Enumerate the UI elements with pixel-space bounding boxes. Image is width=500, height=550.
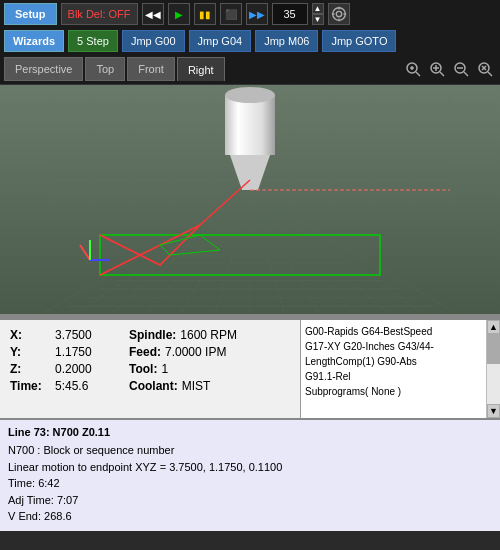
line-detail-desc: N700 : Block or sequence number: [8, 442, 492, 459]
svg-line-15: [464, 72, 468, 76]
viewport-3d[interactable]: [0, 84, 500, 314]
svg-line-7: [416, 72, 420, 76]
speed-input[interactable]: 35: [272, 3, 308, 25]
speed-spinner: ▲ ▼: [312, 3, 324, 25]
line-description: N700 : Block or sequence number Linear m…: [8, 442, 492, 525]
rewind-button[interactable]: ◀◀: [142, 3, 164, 25]
gcode-panel: G00-Rapids G64-BestSpeedG17-XY G20-Inche…: [300, 320, 500, 418]
line-detail-3: Adj Time: 7:07: [8, 492, 492, 509]
tab-perspective[interactable]: Perspective: [4, 57, 83, 81]
blkdel-button[interactable]: Blk Del: OFF: [61, 3, 138, 25]
jmp-g04-button[interactable]: Jmp G04: [189, 30, 252, 52]
zoom-in-icon[interactable]: [426, 58, 448, 80]
zoom-out-icon[interactable]: [450, 58, 472, 80]
tool-value: 1: [161, 362, 168, 376]
jmp-goto-button[interactable]: Jmp GOTO: [322, 30, 396, 52]
svg-line-11: [440, 72, 444, 76]
viewport-canvas: [0, 85, 500, 314]
z-value: 0.2000: [55, 362, 125, 376]
y-label: Y:: [10, 345, 55, 359]
spindle-label: Spindle:: [129, 328, 176, 342]
info-row: X: 3.7500 Spindle: 1600 RPM Y: 1.1750 Fe…: [0, 318, 500, 418]
jmp-m06-button[interactable]: Jmp M06: [255, 30, 318, 52]
coords-panel: X: 3.7500 Spindle: 1600 RPM Y: 1.1750 Fe…: [0, 320, 300, 418]
z-label: Z:: [10, 362, 55, 376]
scroll-thumb[interactable]: [487, 334, 500, 364]
scroll-up-button[interactable]: ▲: [487, 320, 500, 334]
feed-label: Feed:: [129, 345, 161, 359]
scroll-down-button[interactable]: ▼: [487, 404, 500, 418]
tab-front[interactable]: Front: [127, 57, 175, 81]
5step-button[interactable]: 5 Step: [68, 30, 118, 52]
toolbar-top: Setup Blk Del: OFF ◀◀ ▶ ▮▮ ⬛ ▶▶ 35 ▲ ▼: [0, 0, 500, 28]
y-value: 1.1750: [55, 345, 125, 359]
zoom-reset-icon[interactable]: [474, 58, 496, 80]
tab-right[interactable]: Right: [177, 57, 225, 81]
stop-button[interactable]: ⬛: [220, 3, 242, 25]
zoom-fit-icon[interactable]: [402, 58, 424, 80]
coolant-value: MIST: [182, 379, 211, 393]
svg-point-0: [332, 8, 345, 21]
jmp-g00-button[interactable]: Jmp G00: [122, 30, 185, 52]
line-detail-4: V End: 268.6: [8, 508, 492, 525]
line-detail-2: Time: 6:42: [8, 475, 492, 492]
toolbar-second: Wizards 5 Step Jmp G00 Jmp G04 Jmp M06 J…: [0, 28, 500, 54]
svg-point-1: [336, 11, 341, 16]
x-label: X:: [10, 328, 55, 342]
pause-button[interactable]: ▮▮: [194, 3, 216, 25]
tab-top[interactable]: Top: [85, 57, 125, 81]
forward-button[interactable]: ▶▶: [246, 3, 268, 25]
speed-up-button[interactable]: ▲: [312, 3, 324, 14]
time-value: 5:45.6: [55, 379, 125, 393]
feed-value: 7.0000 IPM: [165, 345, 226, 359]
line-detail-1: Linear motion to endpoint XYZ = 3.7500, …: [8, 459, 492, 476]
line-info-panel: Line 73: N700 Z0.11 N700 : Block or sequ…: [0, 418, 500, 531]
tool-label: Tool:: [129, 362, 157, 376]
gcode-scrollbar[interactable]: ▲ ▼: [486, 320, 500, 418]
wizards-button[interactable]: Wizards: [4, 30, 64, 52]
time-label: Time:: [10, 379, 55, 393]
setup-button[interactable]: Setup: [4, 3, 57, 25]
coolant-label: Coolant:: [129, 379, 178, 393]
play-button[interactable]: ▶: [168, 3, 190, 25]
x-value: 3.7500: [55, 328, 125, 342]
gcode-lines: G00-Rapids G64-BestSpeedG17-XY G20-Inche…: [305, 324, 496, 399]
machine-icon-button[interactable]: [328, 3, 350, 25]
speed-down-button[interactable]: ▼: [312, 14, 324, 25]
line-title: Line 73: N700 Z0.11: [8, 426, 492, 438]
view-controls-row: Perspective Top Front Right: [0, 54, 500, 84]
spindle-value: 1600 RPM: [180, 328, 237, 342]
scroll-track: [487, 334, 500, 404]
svg-line-18: [488, 72, 492, 76]
